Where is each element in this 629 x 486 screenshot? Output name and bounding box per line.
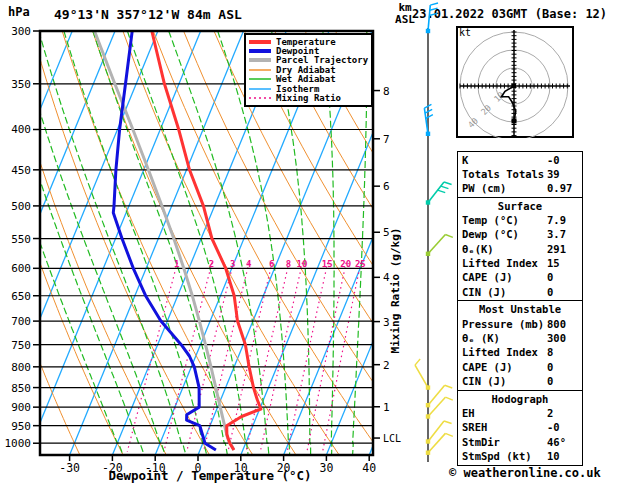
info-table-row: Lifted Index15 [458, 256, 582, 270]
svg-text:750: 750 [11, 339, 31, 352]
svg-text:450: 450 [11, 164, 31, 177]
info-row-value: -0 [547, 420, 577, 434]
wind-barb [426, 182, 452, 205]
wind-barb [424, 104, 433, 136]
svg-text:2: 2 [209, 259, 214, 269]
hodograph-origin-marker [512, 84, 516, 88]
info-row-label: SREH [462, 420, 487, 434]
info-row-value: 15 [547, 256, 577, 270]
info-row-value: 0.97 [547, 181, 577, 195]
legend-item: Dewpoint [248, 46, 371, 55]
svg-text:400: 400 [11, 123, 31, 136]
info-row-label: CAPE (J) [462, 270, 513, 284]
info-table-row: Lifted Index8 [458, 345, 582, 359]
svg-text:850: 850 [11, 382, 31, 395]
info-row-value: 3.7 [547, 227, 577, 241]
info-row-label: CAPE (J) [462, 360, 513, 374]
legend-swatch-3 [248, 66, 272, 74]
svg-text:40: 40 [362, 461, 376, 475]
svg-text:550: 550 [11, 233, 31, 246]
info-table-title: Surface [458, 199, 582, 213]
wind-barb [426, 397, 453, 419]
info-row-value: 8 [547, 345, 577, 359]
svg-text:8: 8 [286, 259, 291, 269]
wind-barb-column [415, 3, 453, 462]
info-row-value: -0 [547, 153, 577, 167]
info-row-value: 39 [547, 167, 577, 181]
info-table-row: SREH-0 [458, 420, 582, 434]
info-row-label: CIN (J) [462, 374, 506, 388]
svg-text:500: 500 [11, 200, 31, 213]
info-table-title: Most Unstable [458, 302, 582, 316]
legend-item: Dry Adiabat [248, 65, 371, 74]
legend-item: Mixing Ratio [248, 93, 371, 102]
legend-swatch-5 [248, 85, 272, 93]
info-table-row: PW (cm)0.97 [458, 181, 582, 195]
svg-text:900: 900 [11, 401, 31, 414]
hodograph-plot: 102040 [456, 26, 574, 138]
svg-text:1000: 1000 [5, 437, 32, 450]
svg-text:25: 25 [355, 259, 366, 269]
info-row-value: 0 [547, 285, 577, 299]
info-table-row: StmSpd (kt)10 [458, 449, 582, 463]
svg-text:6: 6 [269, 259, 274, 269]
svg-text:3: 3 [230, 259, 235, 269]
info-row-value: 46° [547, 435, 577, 449]
wind-barb [426, 3, 438, 33]
lcl-label: LCL [383, 433, 401, 444]
svg-text:950: 950 [11, 420, 31, 433]
info-table-row: θₑ (K)300 [458, 331, 582, 345]
svg-text:8: 8 [383, 85, 390, 98]
info-row-label: Lifted Index [462, 345, 538, 359]
info-table-title: Hodograph [458, 392, 582, 406]
info-row-value: 0 [547, 360, 577, 374]
mixing-ratio-lines [127, 263, 360, 452]
info-table-row: K-0 [458, 153, 582, 167]
info-row-value: 2 [547, 406, 577, 420]
hodograph-ring-label: 40 [466, 116, 480, 130]
info-row-label: Pressure (mb) [462, 317, 544, 331]
svg-text:4: 4 [246, 259, 252, 269]
legend-item: Isotherm [248, 84, 371, 93]
info-table-row: Temp (°C)7.9 [458, 213, 582, 227]
info-row-label: EH [462, 406, 475, 420]
info-table-row: CAPE (J)0 [458, 360, 582, 374]
info-table-row: CIN (J)0 [458, 374, 582, 388]
svg-text:10: 10 [297, 259, 308, 269]
mixing-ratio-axis-title: Mixing Ratio (g/kg) [389, 216, 402, 366]
info-row-label: StmDir [462, 435, 500, 449]
svg-text:650: 650 [11, 290, 31, 303]
legend-swatch-1 [248, 47, 272, 55]
legend-item: Wet Adiabat [248, 75, 371, 84]
legend-swatch-4 [248, 75, 272, 83]
svg-text:350: 350 [11, 78, 31, 91]
info-table-row: Pressure (mb)800 [458, 317, 582, 331]
info-table-row: Totals Totals39 [458, 167, 582, 181]
info-row-label: K [462, 153, 468, 167]
pressure-tick-labels: 3003504004505005506006507007508008509009… [5, 25, 41, 450]
info-table-row: θₑ(K)291 [458, 242, 582, 256]
info-row-value: 800 [547, 317, 577, 331]
svg-text:20: 20 [340, 259, 351, 269]
hodograph-unit-label: kt [459, 27, 471, 38]
info-table-section: K-0Totals Totals39PW (cm)0.97 [457, 151, 583, 199]
info-table-section: HodographEH2SREH-0StmDir46°StmSpd (kt)10 [457, 390, 583, 466]
legend-swatch-0 [248, 38, 272, 46]
wind-barb [426, 433, 453, 455]
svg-text:600: 600 [11, 262, 31, 275]
svg-text:300: 300 [11, 25, 31, 38]
info-row-label: Dewp (°C) [462, 227, 519, 241]
info-table-section: Most UnstablePressure (mb)800θₑ (K)300Li… [457, 300, 583, 391]
hodograph-trace-end-marker [512, 118, 517, 123]
info-table-row: StmDir46° [458, 435, 582, 449]
info-table-row: Dewp (°C)3.7 [458, 227, 582, 241]
wind-barb [426, 234, 453, 256]
info-row-label: StmSpd (kt) [462, 449, 532, 463]
legend-box: TemperatureDewpointParcel TrajectoryDry … [244, 33, 373, 107]
info-row-label: Totals Totals [462, 167, 544, 181]
footer-credit: © weatheronline.co.uk [449, 466, 601, 480]
svg-text:7: 7 [383, 133, 390, 146]
skewt-sounding-app: hPa 49°13'N 357°12'W 84m ASL km ASL 23.0… [0, 0, 629, 486]
svg-text:1: 1 [174, 259, 179, 269]
info-row-value: 0 [547, 374, 577, 388]
